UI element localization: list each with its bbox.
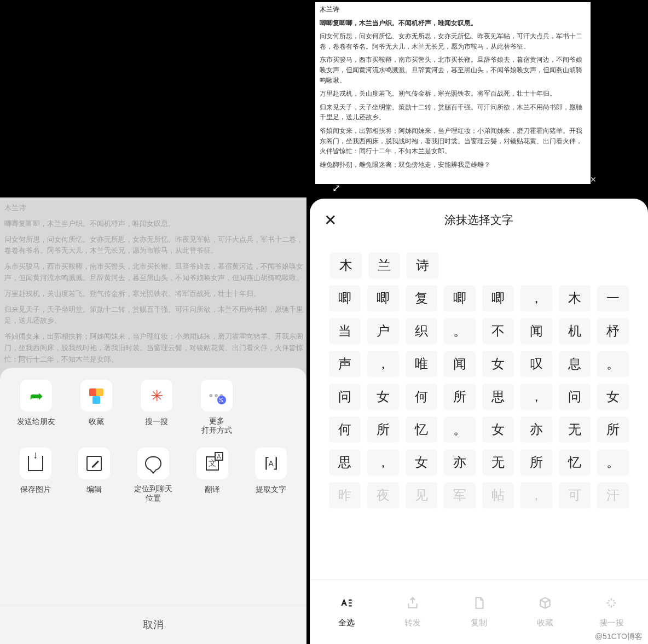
char-cell[interactable]: 所 bbox=[597, 416, 629, 443]
char-cell[interactable]: 唧 bbox=[329, 285, 361, 311]
char-cell[interactable]: 复 bbox=[406, 285, 437, 311]
char-cell[interactable]: 女 bbox=[406, 449, 437, 475]
char-cell[interactable]: 女 bbox=[482, 351, 514, 377]
char-cell[interactable]: 所 bbox=[520, 449, 552, 475]
edit-image[interactable]: 编辑 bbox=[70, 448, 119, 503]
poem-p2: 问女何所思，问女何所忆。女亦无所思，女亦无所忆。昨夜见军帖，可汗大点兵，军书十二… bbox=[320, 31, 586, 51]
char-cell[interactable]: 。 bbox=[597, 449, 629, 475]
char-cell[interactable]: 不 bbox=[482, 318, 514, 344]
char-cell[interactable]: 夜 bbox=[367, 482, 399, 508]
char-cell[interactable]: 户 bbox=[367, 318, 399, 344]
forward-button[interactable]: 转发 bbox=[386, 596, 439, 628]
char-cell[interactable]: 一 bbox=[597, 285, 629, 311]
char-cell[interactable]: 闻 bbox=[444, 351, 476, 377]
char-cell[interactable]: 问 bbox=[559, 384, 591, 410]
char-cell[interactable]: 可 bbox=[559, 482, 591, 508]
top-poem-panel: 木兰诗 唧唧复唧唧，木兰当户织。不闻机杼声，唯闻女叹息。 问女何所思，问女何所忆… bbox=[315, 2, 591, 184]
extract-title: 涂抹选择文字 bbox=[310, 212, 648, 228]
close-top-icon[interactable]: ✕ bbox=[590, 175, 597, 184]
char-cell[interactable]: 。 bbox=[444, 318, 476, 344]
char-cell[interactable]: 诗 bbox=[407, 252, 438, 279]
poem-title: 木兰诗 bbox=[320, 4, 586, 15]
char-cell[interactable]: 女 bbox=[367, 384, 399, 410]
char-cell[interactable]: 杼 bbox=[597, 318, 629, 344]
share-up-icon bbox=[406, 596, 420, 613]
char-cell[interactable]: 唧 bbox=[367, 285, 399, 311]
poem-p3: 东市买骏马，西市买鞍鞯，南市买辔头，北市买长鞭。旦辞爷娘去，暮宿黄河边，不闻爷娘… bbox=[320, 55, 586, 85]
share-to-friend[interactable]: ➦ 发送给朋友 bbox=[11, 380, 61, 436]
char-cell[interactable]: 何 bbox=[406, 384, 437, 410]
char-cell[interactable]: 无 bbox=[482, 449, 514, 475]
char-cell[interactable]: 军 bbox=[444, 482, 476, 508]
char-row: 木兰诗 bbox=[316, 252, 641, 279]
favorite-button[interactable]: 收藏 bbox=[519, 596, 571, 628]
char-cell[interactable]: 所 bbox=[367, 416, 399, 443]
char-cell[interactable]: 帖 bbox=[482, 482, 514, 508]
char-cell[interactable]: 亦 bbox=[444, 449, 476, 475]
extract-text[interactable]: ⌈A⌋ 提取文字 bbox=[246, 448, 296, 503]
download-icon bbox=[28, 456, 43, 471]
char-row: 昨夜见军帖，可汗 bbox=[316, 482, 641, 508]
spark-outline-icon bbox=[604, 596, 618, 613]
character-grid[interactable]: 木兰诗唧唧复唧唧，木一当户织。不闻机杼声，唯闻女叹息。问女何所思，问女何所忆。女… bbox=[310, 241, 648, 579]
extract-header: ✕ 涂抹选择文字 bbox=[310, 199, 648, 241]
char-cell[interactable]: 唯 bbox=[406, 351, 437, 377]
char-cell[interactable]: 闻 bbox=[520, 318, 552, 344]
char-cell[interactable]: ， bbox=[520, 384, 552, 410]
char-cell[interactable]: 忆 bbox=[559, 449, 591, 475]
search-button[interactable]: 搜一搜 bbox=[585, 596, 638, 628]
char-cell[interactable]: 唧 bbox=[444, 285, 476, 311]
char-row: 唧唧复唧唧，木一 bbox=[316, 285, 641, 311]
share-favorite[interactable]: 收藏 bbox=[71, 380, 121, 436]
char-row: 问女何所思，问女 bbox=[316, 384, 641, 410]
char-cell[interactable]: 所 bbox=[444, 384, 476, 410]
char-cell[interactable]: 兰 bbox=[368, 252, 400, 279]
share-more-open[interactable]: •••S 更多 打开方式 bbox=[192, 380, 242, 436]
dimmed-title: 木兰诗 bbox=[4, 202, 303, 214]
char-cell[interactable]: ， bbox=[367, 351, 399, 377]
char-cell[interactable]: 。 bbox=[597, 351, 629, 377]
ocr-icon: ⌈A⌋ bbox=[264, 455, 278, 472]
translate[interactable]: 文A 翻译 bbox=[188, 448, 237, 503]
locate-in-chat[interactable]: 定位到聊天 位置 bbox=[129, 448, 178, 503]
watermark: @51CTO博客 bbox=[595, 632, 643, 642]
char-cell[interactable]: 无 bbox=[559, 416, 591, 443]
char-cell[interactable]: 昨 bbox=[329, 482, 361, 508]
char-cell[interactable]: ， bbox=[520, 285, 552, 311]
char-cell[interactable]: ， bbox=[520, 482, 552, 508]
share-search[interactable]: ✳ 搜一搜 bbox=[131, 380, 182, 436]
char-cell[interactable]: 机 bbox=[559, 318, 591, 344]
char-row: 声，唯闻女叹息。 bbox=[316, 351, 641, 377]
char-cell[interactable]: 汗 bbox=[597, 482, 629, 508]
poem-p1: 唧唧复唧唧，木兰当户织。不闻机杼声，唯闻女叹息。 bbox=[320, 18, 586, 28]
char-cell[interactable]: 织 bbox=[406, 318, 437, 344]
char-cell[interactable]: 女 bbox=[482, 416, 514, 443]
close-icon[interactable]: ✕ bbox=[324, 211, 337, 229]
fullscreen-icon[interactable]: ⤢ bbox=[332, 182, 340, 194]
char-cell[interactable]: 亦 bbox=[520, 416, 552, 443]
save-image[interactable]: 保存图片 bbox=[11, 448, 60, 503]
char-cell[interactable]: 见 bbox=[406, 482, 437, 508]
char-cell[interactable]: 当 bbox=[329, 318, 361, 344]
char-cell[interactable]: 忆 bbox=[406, 416, 437, 443]
poem-p6: 爷娘闻女来，出郭相扶将；阿姊闻妹来，当户理红妆；小弟闻姊来，磨刀霍霍向猪羊。开我… bbox=[320, 126, 586, 156]
copy-button[interactable]: 复制 bbox=[453, 596, 505, 628]
char-cell[interactable]: 思 bbox=[329, 449, 361, 475]
char-cell[interactable]: 息 bbox=[559, 351, 591, 377]
char-cell[interactable]: 。 bbox=[444, 416, 476, 443]
cancel-button[interactable]: 取消 bbox=[0, 605, 306, 644]
char-cell[interactable]: 声 bbox=[329, 351, 361, 377]
char-cell[interactable]: 女 bbox=[597, 384, 629, 410]
share-row-2: 保存图片 编辑 定位到聊天 位置 文A 翻译 ⌈A⌋ 提取文字 bbox=[0, 436, 306, 503]
dimmed-poem-panel: 木兰诗 唧唧复唧唧，木兰当户织。不闻机杼声，唯闻女叹息。 问女何所思，问女何所忆… bbox=[4, 202, 303, 370]
char-cell[interactable]: 叹 bbox=[520, 351, 552, 377]
char-cell[interactable]: 唧 bbox=[482, 285, 514, 311]
char-cell[interactable]: 木 bbox=[559, 285, 591, 311]
char-cell[interactable]: 问 bbox=[329, 384, 361, 410]
char-cell[interactable]: ， bbox=[367, 449, 399, 475]
char-cell[interactable]: 思 bbox=[482, 384, 514, 410]
char-cell[interactable]: 木 bbox=[330, 252, 362, 279]
char-cell[interactable]: 何 bbox=[329, 416, 361, 443]
select-all-button[interactable]: 全选 bbox=[320, 596, 373, 628]
send-icon: ➦ bbox=[30, 386, 43, 405]
